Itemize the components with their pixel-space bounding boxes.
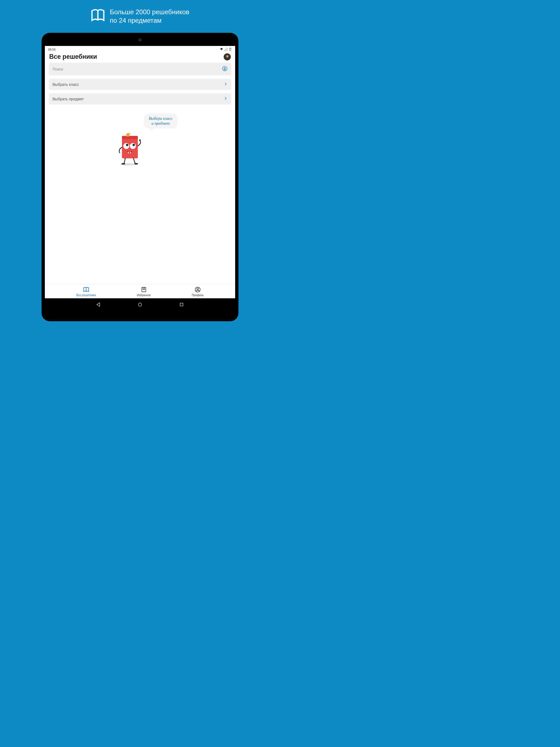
android-back-button[interactable] (96, 302, 101, 308)
svg-point-8 (123, 143, 129, 149)
nav-profile[interactable]: Профиль (192, 287, 204, 297)
book-icon (91, 8, 105, 24)
select-class-label: Выбрать класс (52, 82, 79, 87)
search-input[interactable]: Поиск (49, 62, 231, 75)
select-subject-button[interactable]: Выбрать предмет (49, 93, 231, 104)
chevron-right-icon (224, 82, 228, 87)
mascot-illustration (117, 131, 144, 168)
android-recent-button[interactable] (179, 302, 184, 308)
svg-point-21 (197, 288, 199, 289)
svg-rect-12 (128, 152, 129, 153)
svg-rect-0 (230, 48, 231, 51)
battery-icon (229, 48, 232, 51)
select-subject-label: Выбрать предмет (52, 97, 84, 101)
svg-point-23 (138, 303, 142, 306)
chevron-right-icon (224, 97, 228, 101)
promo-text: Больше 2000 решебников по 24 предметам (110, 8, 189, 25)
svg-point-17 (121, 163, 125, 164)
mic-icon[interactable] (222, 66, 228, 72)
wifi-icon (220, 48, 223, 51)
svg-point-2 (223, 67, 227, 71)
svg-point-18 (134, 163, 138, 164)
profile-icon (195, 287, 201, 293)
svg-point-14 (139, 139, 141, 141)
svg-rect-1 (230, 48, 230, 48)
svg-rect-19 (142, 287, 146, 292)
android-nav-bar (45, 298, 235, 308)
svg-marker-22 (97, 303, 100, 307)
filter-controls: Поиск Выбрать класс Выбрать предмет (45, 62, 235, 108)
nav-favorites[interactable]: Избранное (137, 287, 151, 297)
app-header: Все решебники (45, 52, 235, 62)
svg-rect-13 (130, 152, 131, 153)
status-time: 08:55 (48, 48, 56, 51)
nav-all-label: Все решебники (76, 294, 96, 297)
svg-point-11 (133, 144, 135, 146)
mascot-area: Выбери класс и предмет (45, 108, 235, 284)
mascot-speech-bubble: Выбери класс и предмет (144, 113, 177, 129)
nav-all-solutions[interactable]: Все решебники (76, 287, 96, 297)
select-class-button[interactable]: Выбрать класс (49, 79, 231, 90)
svg-rect-3 (224, 68, 225, 69)
book-open-icon (83, 287, 89, 293)
signal-icon (224, 48, 228, 51)
svg-rect-7 (122, 136, 138, 139)
page-title: Все решебники (49, 53, 97, 60)
nav-profile-label: Профиль (192, 294, 204, 297)
android-home-button[interactable] (137, 302, 143, 308)
bookmark-icon (141, 287, 147, 293)
promo-banner: Больше 2000 решебников по 24 предметам (0, 0, 280, 33)
bottom-nav: Все решебники Избранное Профиль (45, 284, 235, 298)
tablet-camera (138, 38, 142, 42)
search-placeholder: Поиск (52, 67, 63, 71)
svg-line-15 (124, 158, 125, 163)
tablet-frame: 08:55 Все решебники (42, 33, 238, 321)
svg-line-16 (133, 158, 135, 163)
status-icons (220, 48, 232, 51)
nav-fav-label: Избранное (137, 294, 151, 297)
star-icon (225, 54, 229, 59)
svg-point-10 (126, 144, 128, 146)
svg-rect-24 (180, 303, 183, 306)
svg-point-9 (130, 143, 136, 149)
app-screen: 08:55 Все решебники (45, 46, 235, 298)
status-bar: 08:55 (45, 46, 235, 52)
favorites-badge-button[interactable] (224, 53, 231, 60)
